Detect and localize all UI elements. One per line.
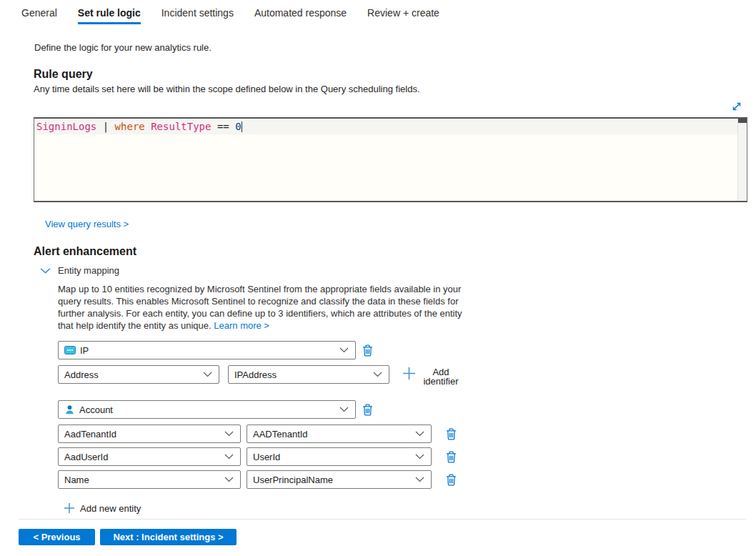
- add-new-entity-label: Add new entity: [80, 503, 141, 514]
- identifier-value-dropdown[interactable]: AADTenantId: [247, 425, 432, 443]
- wizard-tabs: General Set rule logic Incident settings…: [21, 7, 460, 24]
- chevron-down-icon: [415, 454, 424, 460]
- chevron-down-icon: [39, 264, 51, 277]
- delete-entity-button[interactable]: [360, 402, 374, 417]
- dropdown-value: AadUserId: [64, 452, 108, 462]
- tab-review-create[interactable]: Review + create: [367, 7, 439, 24]
- rule-query-title: Rule query: [34, 68, 93, 81]
- identifier-value-dropdown[interactable]: IPAddress: [228, 365, 389, 384]
- entity-type-dropdown-account[interactable]: Account: [58, 400, 356, 419]
- chevron-down-icon: [224, 431, 234, 437]
- chevron-down-icon: [415, 477, 424, 482]
- chevron-down-icon: [203, 372, 212, 377]
- query-code[interactable]: SigninLogs | where ResultType == 0: [36, 120, 735, 134]
- query-token: [145, 121, 151, 132]
- chevron-down-icon: [415, 431, 424, 437]
- learn-more-link[interactable]: Learn more >: [214, 320, 269, 331]
- tab-general[interactable]: General: [21, 7, 57, 24]
- query-token: ResultType: [151, 121, 211, 132]
- query-token: |: [96, 121, 114, 132]
- tab-automated-response[interactable]: Automated response: [254, 7, 347, 24]
- rule-query-subtitle: Any time details set here will be within…: [34, 84, 420, 94]
- entity-mapping-label: Entity mapping: [58, 265, 119, 276]
- identifier-value-dropdown[interactable]: UserPrincipalName: [247, 470, 432, 489]
- chevron-down-icon: [373, 372, 382, 377]
- delete-identifier-button[interactable]: [444, 472, 458, 487]
- add-identifier-button[interactable]: Add identifier: [402, 367, 461, 386]
- query-token: [229, 121, 235, 132]
- person-icon: [64, 404, 75, 415]
- query-token: where: [115, 121, 145, 132]
- add-new-entity-button[interactable]: Add new entity: [64, 502, 141, 517]
- entity-type-dropdown-ip[interactable]: IP: [58, 341, 356, 359]
- delete-entity-button[interactable]: [360, 342, 374, 358]
- entity-mapping-description: Map up to 10 entities recognized by Micr…: [58, 283, 468, 332]
- query-token: 0: [235, 121, 241, 132]
- expand-editor-icon[interactable]: [730, 99, 744, 114]
- identifier-value-dropdown[interactable]: UserId: [247, 447, 432, 466]
- set-rule-logic-page: General Set rule logic Incident settings…: [0, 0, 756, 556]
- alert-enhancement-title: Alert enhancement: [34, 245, 136, 258]
- identifier-field-dropdown[interactable]: Name: [58, 470, 241, 489]
- dropdown-value: AADTenantId: [253, 429, 308, 440]
- chevron-down-icon: [339, 347, 349, 353]
- delete-identifier-button[interactable]: [444, 449, 458, 465]
- entity-mapping-expander[interactable]: Entity mapping: [39, 264, 119, 277]
- chevron-down-icon: [224, 477, 234, 482]
- view-query-results-link[interactable]: View query results >: [45, 219, 129, 229]
- previous-button[interactable]: < Previous: [19, 529, 95, 545]
- text-cursor: [242, 121, 242, 132]
- next-incident-settings-button[interactable]: Next : Incident settings >: [100, 529, 237, 545]
- ip-icon: [64, 346, 76, 354]
- tab-set-rule-logic[interactable]: Set rule logic: [78, 7, 141, 24]
- dropdown-value: IP: [80, 345, 89, 356]
- chevron-down-icon: [339, 407, 349, 412]
- page-description: Define the logic for your new analytics …: [34, 42, 212, 53]
- query-token: ==: [217, 121, 229, 132]
- delete-identifier-button[interactable]: [444, 426, 458, 442]
- dropdown-value: UserPrincipalName: [253, 475, 333, 485]
- query-token: SigninLogs: [36, 121, 96, 132]
- editor-scrollbar-thumb[interactable]: [738, 119, 747, 123]
- plus-icon: [64, 502, 75, 517]
- dropdown-value: Account: [79, 404, 113, 415]
- dropdown-value: Address: [64, 369, 99, 380]
- dropdown-value: IPAddress: [234, 369, 277, 380]
- plus-icon: [402, 367, 416, 383]
- dropdown-value: Name: [64, 475, 89, 485]
- editor-scrollbar[interactable]: [737, 119, 747, 201]
- query-token: [211, 121, 217, 132]
- tab-incident-settings[interactable]: Incident settings: [161, 7, 234, 24]
- identifier-field-dropdown[interactable]: AadTenantId: [58, 425, 241, 443]
- chevron-down-icon: [224, 454, 234, 460]
- add-identifier-label: Add identifier: [421, 367, 461, 386]
- identifier-field-dropdown[interactable]: Address: [58, 365, 219, 384]
- dropdown-value: UserId: [253, 452, 280, 462]
- identifier-field-dropdown[interactable]: AadUserId: [58, 447, 241, 466]
- footer-divider: [19, 519, 746, 520]
- query-editor[interactable]: SigninLogs | where ResultType == 0: [34, 117, 747, 202]
- dropdown-value: AadTenantId: [64, 429, 116, 440]
